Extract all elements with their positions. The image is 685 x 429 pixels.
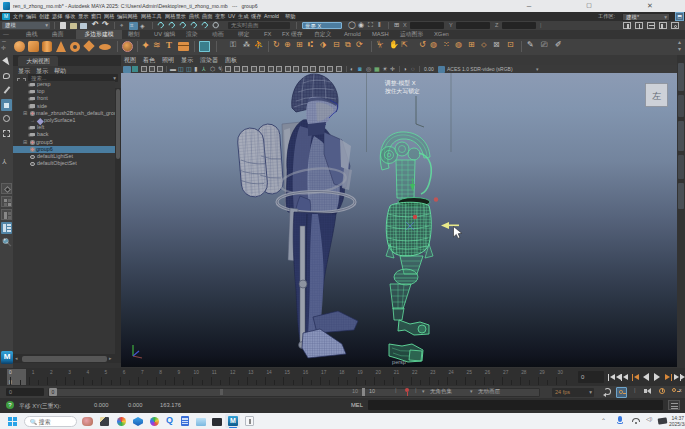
svg-text:调整-模型 X: 调整-模型 X [384,79,416,87]
svg-text:persp: persp [392,359,406,365]
svg-text:按住大写锁定: 按住大写锁定 [385,87,420,95]
svg-text:左: 左 [652,91,661,101]
